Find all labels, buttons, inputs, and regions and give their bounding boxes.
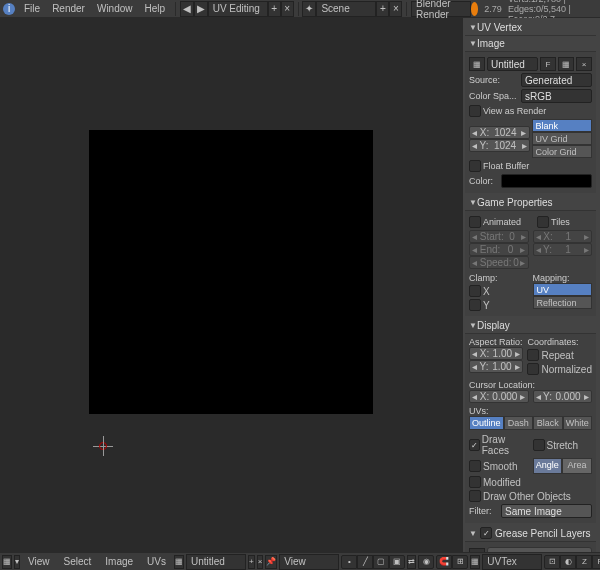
mapping-uv[interactable]: UV Coordinates [533,283,593,296]
scene-del-icon[interactable]: × [389,1,402,17]
tiles-y-field: ◂ Y:1▸ [533,243,593,256]
collapse-menus-icon[interactable]: ▾ [14,555,20,569]
uvmode-black[interactable]: Black [533,416,562,430]
menu-view[interactable]: View [22,554,56,569]
snap-type-icon[interactable]: ⊞ [452,555,468,569]
gen-type-uvgrid[interactable]: UV Grid [532,132,593,145]
colorspace-dropdown[interactable]: sRGB [521,89,592,103]
uv-image-editor[interactable] [0,18,462,552]
tiles-check[interactable] [537,216,549,228]
color-swatch[interactable] [501,174,592,188]
mapping-reflection[interactable]: Reflection [533,296,593,309]
normalized-check[interactable] [527,363,539,375]
select-island-icon[interactable]: ▣ [389,555,405,569]
layout-prev-icon[interactable]: ◀ [180,1,194,17]
snap-icon[interactable]: 🧲 [436,555,452,569]
uvtex-dropdown[interactable]: UVTex [482,554,542,570]
uvmode-dash[interactable]: Dash [504,416,533,430]
menu-window[interactable]: Window [91,1,139,16]
stretch-check[interactable] [533,439,545,451]
sync-select-icon[interactable]: ⇄ [407,555,416,569]
uvmode-outline[interactable]: Outline [469,416,504,430]
panel-display-body: Aspect Ratio: ◂ X:1.00▸ ◂ Y:1.00▸ Coordi… [465,334,596,523]
render-engine-dropdown[interactable]: Blender Render [411,1,471,17]
layout-next-icon[interactable]: ▶ [194,1,208,17]
version-text: 2.79 [484,4,502,14]
cursor-y-field[interactable]: ◂ Y:0.000▸ [533,390,593,403]
draw-other-check[interactable] [469,490,481,502]
menu-file[interactable]: File [18,1,46,16]
gp-enable-check[interactable] [480,527,492,539]
alpha-icon[interactable]: ◐ [560,555,576,569]
select-face-icon[interactable]: ▢ [373,555,389,569]
layout-add-icon[interactable]: + [268,1,281,17]
uv-layer-icon[interactable]: ▦ [470,555,480,569]
layout-del-icon[interactable]: × [281,1,294,17]
zbuf-icon[interactable]: Z [576,555,592,569]
image-name-dropdown[interactable]: Untitled [186,554,246,570]
pivot-icon[interactable]: ◉ [418,555,434,569]
mode-dropdown[interactable]: View [279,554,339,570]
aspect-x-field[interactable]: ◂ X:1.00▸ [469,347,523,360]
draw-faces-check[interactable] [469,439,480,451]
menu-select[interactable]: Select [58,554,98,569]
menu-uvs[interactable]: UVs [141,554,172,569]
cursor-x-field[interactable]: ◂ X:0.000▸ [469,390,529,403]
image-browse-icon[interactable]: ▦ [469,57,485,71]
panel-image-header[interactable]: ▼ Image [465,36,596,52]
clamp-y-check[interactable] [469,299,481,311]
editor-type-icon[interactable]: ▦ [2,555,12,569]
gen-type-blank[interactable]: Blank [532,119,593,132]
uvs-label: UVs: [469,406,592,416]
aspect-y-field[interactable]: ◂ Y:1.00▸ [469,360,523,373]
gen-y-field[interactable]: ◂ Y:1024▸ [469,139,530,152]
source-dropdown[interactable]: Generated [521,73,592,87]
properties-panel: ▼ UV Vertex ▼ Image ▦ Untitled F ▦ × Sou… [462,18,600,552]
modified-check[interactable] [469,476,481,488]
color-label: Color: [469,176,499,186]
gen-x-field[interactable]: ◂ X:1024▸ [469,126,530,139]
tiles-x-field: ◂ X:1▸ [533,230,593,243]
image-unlink-icon[interactable]: × [576,57,592,71]
panel-uv-vertex-header[interactable]: ▼ UV Vertex [465,20,596,36]
channel-icon[interactable]: ⊡ [544,555,560,569]
image-canvas[interactable] [89,130,373,414]
stretch-area[interactable]: Area [562,458,592,474]
gp-browse-icon[interactable]: ▦ [469,548,485,552]
collapse-icon: ▼ [469,198,477,207]
image-new-icon[interactable]: ▦ [558,57,574,71]
menu-help[interactable]: Help [139,1,172,16]
gen-type-colorgrid[interactable]: Color Grid [532,145,593,158]
fake-user-btn[interactable]: F [540,57,556,71]
view-as-render-check[interactable] [469,105,481,117]
panel-display-header[interactable]: ▼ Display [465,318,596,334]
r-icon[interactable]: R [592,555,600,569]
scene-add-icon[interactable]: + [376,1,389,17]
2d-cursor-icon[interactable] [93,436,113,456]
select-vertex-icon[interactable]: • [341,555,357,569]
clamp-x-check[interactable] [469,285,481,297]
screen-layout-dropdown[interactable]: UV Editing [208,1,268,17]
smooth-check[interactable] [469,460,481,472]
scene-icon[interactable]: ✦ [302,1,316,17]
repeat-check[interactable] [527,349,539,361]
info-editor-icon[interactable]: i [2,1,16,17]
image-add-icon[interactable]: + [248,555,255,569]
aspect-label: Aspect Ratio: [469,337,523,347]
stretch-angle[interactable]: Angle [533,458,563,474]
uvmode-white[interactable]: White [563,416,592,430]
float-buffer-check[interactable] [469,160,481,172]
gp-new-button[interactable]: New [487,547,592,552]
panel-gp-header[interactable]: ▼ Grease Pencil Layers [465,525,596,542]
panel-game-header[interactable]: ▼ Game Properties [465,195,596,211]
image-browse-icon[interactable]: ▦ [174,555,184,569]
select-edge-icon[interactable]: ╱ [357,555,373,569]
menu-render[interactable]: Render [46,1,91,16]
filter-dropdown[interactable]: Same Image [501,504,592,518]
image-name-field[interactable]: Untitled [487,57,538,71]
pin-icon[interactable]: 📌 [265,555,277,569]
image-unlink-icon[interactable]: × [257,555,264,569]
animated-check[interactable] [469,216,481,228]
menu-image[interactable]: Image [99,554,139,569]
scene-dropdown[interactable]: Scene [316,1,376,17]
